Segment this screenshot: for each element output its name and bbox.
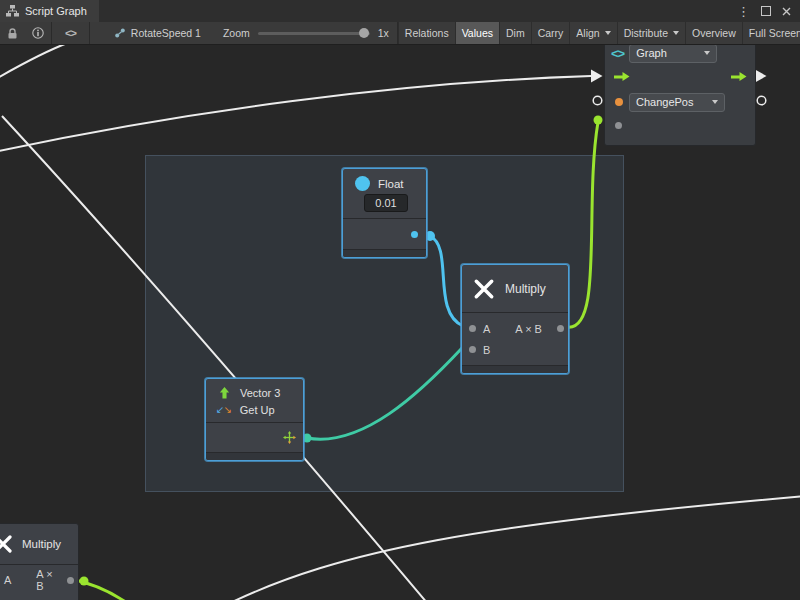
port-input-a[interactable] [469,325,476,332]
caret-down-icon [712,100,718,104]
multiply-node-ports: A A × B B [462,313,568,365]
value-input-port[interactable] [615,98,623,106]
wire-white-to-flow-input[interactable] [0,76,591,152]
vector3-node-subtitle: Get Up [240,404,275,416]
code-view-button[interactable]: <> [52,27,89,39]
toolbar-button-fullscreen[interactable]: Full Screen [742,22,800,44]
toolbar-button-values[interactable]: Values [455,22,499,44]
tab-script-graph[interactable]: Script Graph [0,0,99,22]
vector3-output-port[interactable] [283,431,296,444]
port-label-a: A [4,574,11,586]
port-row-a: A A × B [462,318,568,339]
close-icon[interactable] [782,7,791,16]
node-footer [206,452,303,460]
vector3-node-ports [206,423,303,452]
graph-toolbar: <> RotateSpeed 1 Zoom 1x Relations Value… [0,22,800,45]
port-output[interactable] [67,577,74,584]
zoom-value: 1x [378,27,389,39]
graph-selector-dropdown[interactable]: Graph [629,44,717,63]
port-circle-icon[interactable] [593,96,602,105]
value-input-port-2[interactable] [615,122,622,129]
toolbar-button-align[interactable]: Align [569,22,616,44]
node-vector3-get-up[interactable]: Vector 3 ↙↘ Get Up [205,378,304,461]
multiply-node-header: Multiply [462,265,568,312]
lock-toggle[interactable] [0,27,25,40]
port-row-a: A A × B [0,570,78,590]
multiply2-node-header: Multiply [0,524,78,564]
float-node-header: Float [343,169,426,191]
flow-output-port[interactable] [730,71,747,84]
flow-input-port[interactable] [613,71,630,84]
toolbar-button-overview[interactable]: Overview [685,22,742,44]
float-type-icon [355,176,370,191]
toolbar-button-carry[interactable]: Carry [531,22,570,44]
wire-arrow [591,70,603,83]
multiply-icon [0,534,13,554]
float-node-ports [343,219,426,249]
vector3-title-row: Vector 3 [214,384,295,401]
node-graph-output[interactable]: <> Graph ChangePos [604,40,756,146]
visual-script-icon: <> [611,46,624,61]
multiply-node-title: Multiply [505,282,546,296]
wire-white-corner[interactable] [0,42,70,80]
multiply-icon [473,278,495,300]
port-label-output: A × B [36,568,53,592]
script-graph-icon [6,5,19,17]
wire-getup-to-multiply-b[interactable] [307,348,462,439]
toolbar-button-relations[interactable]: Relations [398,22,455,44]
wire-cap [594,116,603,125]
machine-selector[interactable]: RotateSpeed 1 [114,27,201,39]
wire-multiply-to-changepos[interactable] [567,122,598,327]
flow-ports-row [605,65,755,91]
variable-selector-dropdown[interactable]: ChangePos [629,93,725,112]
script-machine-icon [114,27,126,39]
toolbar-button-dim[interactable]: Dim [499,22,531,44]
port-input-b[interactable] [469,346,476,353]
node-multiply[interactable]: Multiply A A × B B [461,264,569,374]
vector3-node-title: Vector 3 [240,387,280,399]
variable-selector-row: ChangePos [605,91,755,113]
float-output-port[interactable] [411,231,418,238]
get-icon: ↙↘ [216,404,231,415]
maximize-icon[interactable] [761,6,771,16]
toolbar-separator [89,22,90,44]
graph-selector-value: Graph [636,47,667,59]
caret-down-icon [605,31,611,35]
port-label-output: A × B [515,323,542,335]
info-button[interactable] [25,27,51,39]
toolbar-button-distribute[interactable]: Distribute [617,22,685,44]
menu-icon[interactable]: ⋮ [737,5,750,18]
variable-selector-value: ChangePos [636,96,694,108]
extra-port-row [605,113,755,137]
vector3-up-icon [218,386,231,400]
port-circle-icon[interactable] [757,96,766,105]
lock-icon [7,27,18,40]
node-footer [462,365,568,373]
float-value-input[interactable]: 0.01 [364,194,408,212]
zoom-label: Zoom [223,27,250,39]
window-titlebar: Script Graph ⋮ [0,0,800,23]
node-footer [343,249,426,257]
caret-down-icon [704,51,710,55]
port-label-a: A [483,323,490,335]
caret-down-icon [673,31,679,35]
zoom-slider-handle[interactable] [359,28,369,38]
node-multiply-2[interactable]: Multiply A A × B [0,523,79,600]
multiply2-node-ports: A A × B [0,565,78,600]
window-title: Script Graph [25,5,87,17]
port-row-b: B [462,339,568,360]
wire-white-bottom[interactable] [228,496,800,600]
port-label-b: B [483,344,490,356]
wire-cap [80,577,89,586]
multiply2-node-title: Multiply [22,538,61,550]
info-icon [32,27,44,39]
wire-arrow [755,70,767,83]
script-graph-window: { "window": { "title": "Script Graph" },… [0,0,800,600]
titlebar-controls: ⋮ [737,5,800,18]
zoom-slider[interactable] [258,32,370,35]
node-float[interactable]: Float 0.01 [342,168,427,258]
port-output[interactable] [557,325,564,332]
float-node-title: Float [378,178,404,190]
machine-label: RotateSpeed 1 [131,27,201,39]
wire-float-to-multiply-a[interactable] [430,236,463,326]
